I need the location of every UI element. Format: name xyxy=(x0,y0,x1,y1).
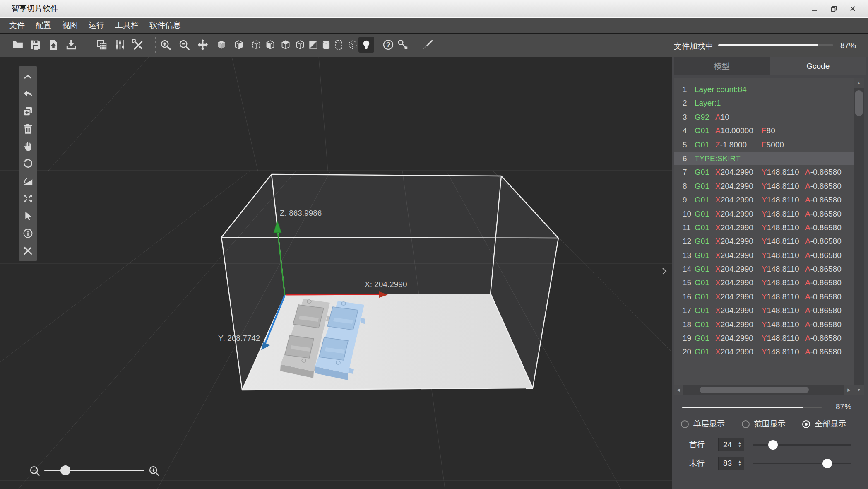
vertical-scrollbar-thumb[interactable] xyxy=(855,90,863,116)
cube-solid-button[interactable] xyxy=(214,37,229,53)
spinner-arrows-icon[interactable]: ▲▼ xyxy=(736,441,744,448)
zoom-out-icon[interactable] xyxy=(29,465,41,477)
horizontal-scrollbar[interactable]: ◀ ▶ xyxy=(674,385,854,395)
range-slider-track[interactable] xyxy=(753,463,851,464)
menu-视图[interactable]: 视图 xyxy=(57,18,83,33)
minimize-button[interactable] xyxy=(805,0,824,17)
gcode-line-number: 12 xyxy=(683,234,691,248)
gcode-row[interactable]: 5G01Z-1.8000F5000 xyxy=(674,138,854,152)
gcode-row[interactable]: 11G01X204.2990Y148.8110A-0.86580 xyxy=(674,221,854,234)
gcode-arg: X204.2990 xyxy=(715,234,753,248)
gcode-row[interactable]: 2Layer:1 xyxy=(674,96,854,110)
zoom-out-button[interactable] xyxy=(176,37,192,53)
move-button[interactable] xyxy=(195,37,211,53)
gcode-row[interactable]: 1Layer count:84 xyxy=(674,82,854,96)
gcode-row[interactable]: 12G01X204.2990Y148.8110A-0.86580 xyxy=(674,234,854,248)
info-button[interactable] xyxy=(20,224,36,242)
gcode-row[interactable]: 13G01X204.2990Y148.8110A-0.86580 xyxy=(674,248,854,262)
menu-软件信息[interactable]: 软件信息 xyxy=(144,18,186,33)
close-button[interactable] xyxy=(843,0,862,17)
gcode-row[interactable]: 9G01X204.2990Y148.8110A-0.86580 xyxy=(674,193,854,207)
tools-button[interactable] xyxy=(130,37,146,53)
gcode-row[interactable]: 15G01X204.2990Y148.8110A-0.86580 xyxy=(674,276,854,289)
zoom-in-button[interactable] xyxy=(158,37,173,53)
gcode-arg: Z-1.8000 xyxy=(715,138,747,152)
undo-button[interactable] xyxy=(20,85,36,103)
file-import-button[interactable] xyxy=(46,37,61,53)
scroll-up-button[interactable]: ▲ xyxy=(854,78,864,88)
gcode-row[interactable]: 20G01X204.2990Y148.8110A-0.86580 xyxy=(674,345,854,359)
gcode-row[interactable]: 16G01X204.2990Y148.8110A-0.86580 xyxy=(674,290,854,304)
tab-Gcode[interactable]: Gcode xyxy=(770,57,866,75)
range-label-末行[interactable]: 末行 xyxy=(682,457,712,470)
file-loading-indicator: 文件加载中 87% xyxy=(674,34,864,57)
sliders-button[interactable] xyxy=(112,37,128,53)
range-spinner[interactable]: 83▲▼ xyxy=(718,457,744,470)
menu-配置[interactable]: 配置 xyxy=(30,18,57,33)
restore-button[interactable] xyxy=(824,0,843,17)
horizontal-scrollbar-thumb[interactable] xyxy=(700,387,809,393)
slope-rotate-button[interactable] xyxy=(20,172,36,190)
gcode-row[interactable]: 17G01X204.2990Y148.8110A-0.86580 xyxy=(674,304,854,317)
gcode-row[interactable]: 18G01X204.2990Y148.8110A-0.86580 xyxy=(674,318,854,331)
copy-add-button[interactable] xyxy=(20,103,36,120)
cube-left-button[interactable] xyxy=(262,37,278,53)
radio-label: 全部显示 xyxy=(815,419,846,429)
menu-运行[interactable]: 运行 xyxy=(83,18,110,33)
menu-文件[interactable]: 文件 xyxy=(4,18,30,33)
gcode-command: G01 xyxy=(695,138,709,152)
zoom-slider-thumb[interactable] xyxy=(60,465,70,475)
cursor-button[interactable] xyxy=(20,207,36,224)
bulb-button[interactable] xyxy=(358,37,374,53)
tab-模型[interactable]: 模型 xyxy=(674,57,770,75)
viewport-3d[interactable]: Z: 863.9986 X: 204.2990 Y: 208.7742 xyxy=(0,57,672,489)
hand-button[interactable] xyxy=(20,137,36,155)
radio-单层显示[interactable]: 单层显示 xyxy=(681,418,742,430)
radio-范围显示[interactable]: 范围显示 xyxy=(742,418,803,430)
menu-工具栏[interactable]: 工具栏 xyxy=(110,18,144,33)
cube-top-button[interactable] xyxy=(278,37,293,53)
range-slider-track[interactable] xyxy=(753,444,851,446)
gcode-text: Layer:1 xyxy=(695,96,721,110)
gcode-row[interactable]: 14G01X204.2990Y148.8110A-0.86580 xyxy=(674,262,854,276)
range-spinner[interactable]: 24▲▼ xyxy=(718,438,744,451)
range-slider-thumb[interactable] xyxy=(822,459,832,468)
help-icon: ? xyxy=(382,39,394,51)
scroll-down-button[interactable]: ▼ xyxy=(854,385,864,395)
range-label-首行[interactable]: 首行 xyxy=(682,438,712,451)
panel-collapse-handle[interactable] xyxy=(661,265,667,277)
rotate-ccw-button[interactable] xyxy=(20,155,36,172)
expand-button[interactable] xyxy=(20,190,36,207)
file-export-button[interactable] xyxy=(63,37,79,53)
build-plate-button[interactable] xyxy=(94,37,110,53)
rotate-ccw-icon xyxy=(22,158,34,169)
chevron-up-button[interactable] xyxy=(20,68,36,85)
zoom-slider-track[interactable] xyxy=(44,470,144,471)
radio-全部显示[interactable]: 全部显示 xyxy=(802,418,863,430)
cube-corner-button[interactable] xyxy=(231,37,247,53)
range-slider-thumb[interactable] xyxy=(768,440,778,450)
zoom-in-icon[interactable] xyxy=(148,465,160,477)
blade-button[interactable] xyxy=(420,37,435,53)
gcode-row[interactable]: 7G01X204.2990Y148.8110A-0.86580 xyxy=(674,165,854,179)
gcode-row[interactable]: 19G01X204.2990Y148.8110A-0.86580 xyxy=(674,331,854,345)
spinner-arrows-icon[interactable]: ▲▼ xyxy=(736,460,744,467)
gcode-row[interactable]: 8G01X204.2990Y148.8110A-0.86580 xyxy=(674,179,854,193)
gcode-list[interactable]: 1Layer count:842Layer:13G92A104G01A10.00… xyxy=(674,78,854,385)
gcode-row[interactable]: 3G92A10 xyxy=(674,110,854,124)
scroll-left-button[interactable]: ◀ xyxy=(674,385,683,395)
fix-button[interactable] xyxy=(20,242,36,259)
gcode-line-number: 3 xyxy=(683,110,687,124)
gcode-row[interactable]: 4G01A10.00000F80 xyxy=(674,124,854,137)
gcode-row[interactable]: 6TYPE:SKIRT xyxy=(674,152,854,165)
folder-open-button[interactable] xyxy=(10,37,26,53)
scroll-right-button[interactable]: ▶ xyxy=(844,385,854,395)
trash-button[interactable] xyxy=(20,120,36,137)
save-button[interactable] xyxy=(28,37,43,53)
cylinder-dashed-button[interactable] xyxy=(331,37,346,53)
vertical-scrollbar[interactable]: ▲ ▼ xyxy=(854,78,864,395)
cube-dashed-button[interactable] xyxy=(248,37,264,53)
key-button[interactable] xyxy=(395,37,411,53)
gcode-row[interactable]: 10G01X204.2990Y148.8110A-0.86580 xyxy=(674,207,854,221)
help-button[interactable]: ? xyxy=(380,37,396,53)
